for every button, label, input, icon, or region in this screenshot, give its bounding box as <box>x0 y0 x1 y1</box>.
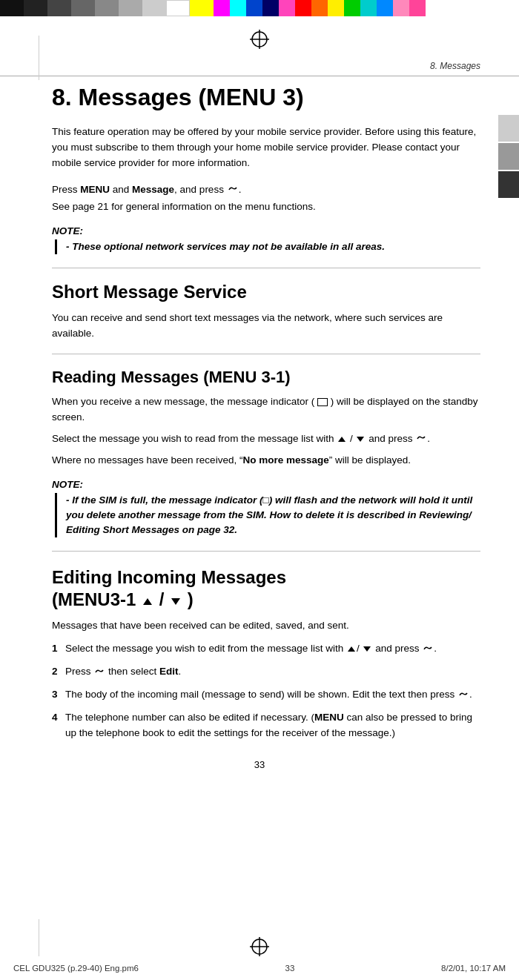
right-block-3 <box>498 171 519 198</box>
section-divider-2 <box>52 354 480 354</box>
color-seg-9 <box>190 0 214 16</box>
step-2-num: 2 <box>52 664 58 680</box>
note-1-label: NOTE: <box>52 225 480 236</box>
color-seg-4 <box>71 0 95 16</box>
ok-icon-s1 <box>422 643 434 655</box>
menu-bold-s4: MENU <box>314 712 344 723</box>
arrow-down-title-icon <box>171 598 180 605</box>
chapter-title: 8. Messages (MENU 3) <box>52 84 480 111</box>
color-seg-18 <box>344 0 360 16</box>
step-4-num: 4 <box>52 710 58 726</box>
step-1-num: 1 <box>52 641 58 657</box>
intro-paragraph: This feature operation may be offered by… <box>52 125 480 171</box>
section-1-body: You can receive and send short text mess… <box>52 311 480 342</box>
right-block-1 <box>498 115 519 142</box>
right-block-2 <box>498 143 519 170</box>
color-seg-2 <box>24 0 47 16</box>
footer-crosshair-area <box>0 933 519 961</box>
step-2: 2 Press then select Edit. <box>52 664 480 680</box>
color-seg-11 <box>230 0 246 16</box>
color-seg-10 <box>214 0 230 16</box>
color-seg-15 <box>295 0 311 16</box>
note-1-text: - These optional network services may no… <box>66 241 385 252</box>
msg-indicator-icon <box>317 398 328 406</box>
arrow-up-s1 <box>348 646 355 652</box>
page-number: 33 <box>0 756 519 772</box>
section-3-title: Editing Incoming Messages(MENU3-1 / ) <box>52 566 480 611</box>
footer-bar: CEL GDU325 (p.29-40) Eng.pm6 33 8/2/01, … <box>0 961 519 980</box>
note-section-1: NOTE: - These optional network services … <box>52 225 480 254</box>
step-1: 1 Select the message you wish to edit fr… <box>52 641 480 657</box>
footer-right: 8/2/01, 10:17 AM <box>441 964 506 973</box>
main-content: 8. Messages (MENU 3) This feature operat… <box>0 84 519 741</box>
step-4: 4 The telephone number can also be edite… <box>52 710 480 741</box>
steps-list: 1 Select the message you wish to edit fr… <box>52 641 480 741</box>
arrow-down-icon <box>357 437 364 442</box>
color-seg-21 <box>393 0 409 16</box>
section-2-body-1: When you receive a new message, the mess… <box>52 394 480 426</box>
section-2-body-2: Select the message you wish to read from… <box>52 431 480 447</box>
arrow-up-title-icon <box>143 598 152 605</box>
color-seg-6 <box>119 0 142 16</box>
right-tab-blocks <box>498 115 519 198</box>
section-2-body-3: Where no messages have been received, “N… <box>52 453 480 469</box>
top-crosshair-icon <box>250 30 269 49</box>
color-seg-14 <box>279 0 295 16</box>
edit-bold: Edit <box>159 666 179 677</box>
note-2-block: - If the SIM is full, the message indica… <box>55 493 480 538</box>
left-margin-decoration <box>39 36 39 80</box>
press-line-2: See page 21 for general information on t… <box>52 199 480 215</box>
color-seg-7 <box>142 0 166 16</box>
message-bold: Message <box>132 184 174 195</box>
menu-bold: MENU <box>80 184 110 195</box>
color-seg-20 <box>377 0 393 16</box>
ok-icon-2 <box>415 433 427 445</box>
step-3-num: 3 <box>52 687 58 703</box>
color-bar-top <box>0 0 519 16</box>
note-section-2: NOTE: - If the SIM is full, the message … <box>52 479 480 538</box>
color-seg-12 <box>246 0 262 16</box>
press-line-1: Press MENU and Message, and press . <box>52 182 480 198</box>
page-header: 8. Messages <box>0 56 519 76</box>
section-2-title: Reading Messages (MENU 3-1) <box>52 368 480 387</box>
section-1-title: Short Message Service <box>52 282 480 303</box>
footer-center: 33 <box>285 964 295 973</box>
color-seg-13 <box>262 0 279 16</box>
color-seg-16 <box>311 0 328 16</box>
arrow-down-s1 <box>363 646 371 652</box>
step-3: 3 The body of the incoming mail (message… <box>52 687 480 703</box>
ok-button-icon <box>227 184 239 196</box>
color-seg-1 <box>0 0 24 16</box>
top-crosshair-area <box>0 16 519 56</box>
ok-icon-s2 <box>93 666 105 678</box>
color-seg-8 <box>166 0 190 16</box>
bottom-crosshair-icon <box>250 937 269 956</box>
color-seg-17 <box>328 0 344 16</box>
color-seg-22 <box>409 0 426 16</box>
note-2-text: - If the SIM is full, the message indica… <box>66 494 472 536</box>
section-divider-3 <box>52 551 480 552</box>
color-seg-3 <box>47 0 71 16</box>
footer-left: CEL GDU325 (p.29-40) Eng.pm6 <box>13 964 139 973</box>
section-3-intro: Messages that have been received can be … <box>52 618 480 634</box>
color-seg-5 <box>95 0 119 16</box>
color-seg-19 <box>360 0 377 16</box>
section-divider-1 <box>52 268 480 268</box>
no-more-message-bold: No more message <box>242 454 328 466</box>
ok-icon-s3 <box>457 689 469 701</box>
note-1-block: - These optional network services may no… <box>55 239 480 254</box>
arrow-up-icon <box>338 437 346 442</box>
footer: CEL GDU325 (p.29-40) Eng.pm6 33 8/2/01, … <box>0 933 519 980</box>
note-2-label: NOTE: <box>52 479 480 490</box>
